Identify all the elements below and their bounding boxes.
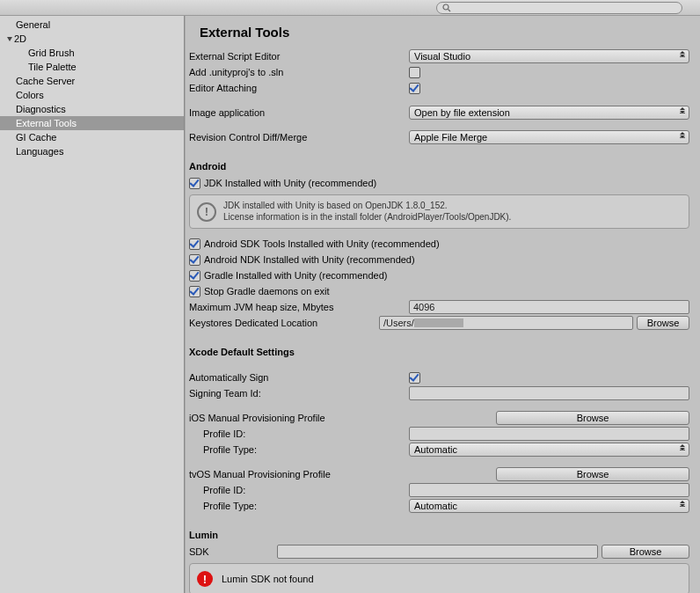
lumin-sdk-label: SDK xyxy=(189,546,277,557)
stop-gradle-checkbox[interactable] xyxy=(189,286,201,297)
auto-sign-checkbox[interactable] xyxy=(409,372,420,384)
lumin-warning-text: Lumin SDK not found xyxy=(222,574,314,584)
search-field[interactable] xyxy=(436,2,682,14)
sidebar-item-diagnostics[interactable]: Diagnostics xyxy=(0,102,184,116)
image-app-select[interactable]: Open by file extension xyxy=(409,106,689,120)
signing-team-label: Signing Team Id: xyxy=(189,388,409,399)
ios-profile-type-label: Profile Type: xyxy=(189,444,409,455)
script-editor-label: External Script Editor xyxy=(189,51,409,62)
sidebar-item-cache-server[interactable]: Cache Server xyxy=(0,74,184,88)
tvos-browse-button[interactable]: Browse xyxy=(496,467,689,481)
sdk-tools-checkbox[interactable] xyxy=(189,238,201,250)
ios-profile-id-input[interactable] xyxy=(409,427,689,441)
page-title: External Tools xyxy=(200,25,689,40)
lumin-browse-button[interactable]: Browse xyxy=(602,545,689,559)
lumin-header: Lumin xyxy=(189,530,689,540)
sdk-tools-label: Android SDK Tools Installed with Unity (… xyxy=(204,238,440,249)
add-unityproj-label: Add .unityproj's to .sln xyxy=(189,67,409,77)
tvos-profile-id-input[interactable] xyxy=(409,483,689,497)
auto-sign-label: Automatically Sign xyxy=(189,372,409,383)
tvos-prov-header: tvOS Manual Provisioning Profile xyxy=(189,469,496,480)
tvos-profile-type-select[interactable]: Automatic xyxy=(409,499,689,513)
ios-profile-id-label: Profile ID: xyxy=(189,428,409,439)
xcode-header: Xcode Default Settings xyxy=(189,347,689,357)
info-icon: ! xyxy=(197,202,216,222)
svg-line-1 xyxy=(448,9,451,11)
sidebar: General 2D Grid Brush Tile Palette Cache… xyxy=(0,16,185,593)
editor-attach-label: Editor Attaching xyxy=(189,83,409,93)
svg-point-0 xyxy=(443,4,448,10)
keystore-input[interactable]: /Users/ xyxy=(379,316,633,330)
expand-icon xyxy=(7,37,12,41)
gradle-label: Gradle Installed with Unity (recommended… xyxy=(204,270,387,281)
sidebar-item-external-tools[interactable]: External Tools xyxy=(0,116,184,130)
revision-control-label: Revision Control Diff/Merge xyxy=(189,132,409,143)
revision-control-select[interactable]: Apple File Merge xyxy=(409,130,689,144)
jdk-checkbox[interactable] xyxy=(189,178,201,189)
jdk-label: JDK Installed with Unity (recommended) xyxy=(204,178,376,188)
error-icon: ! xyxy=(197,571,213,587)
max-jvm-label: Maximum JVM heap size, Mbytes xyxy=(189,302,409,312)
ndk-label: Android NDK Installed with Unity (recomm… xyxy=(204,254,415,265)
android-header: Android xyxy=(189,161,689,172)
sidebar-item-general[interactable]: General xyxy=(0,18,184,32)
keystore-label: Keystores Dedicated Location xyxy=(189,318,379,328)
sidebar-item-tile-palette[interactable]: Tile Palette xyxy=(0,60,184,74)
masked-path xyxy=(414,318,463,327)
tvos-profile-id-label: Profile ID: xyxy=(189,485,409,495)
gradle-checkbox[interactable] xyxy=(189,270,201,282)
tvos-profile-type-label: Profile Type: xyxy=(189,501,409,511)
editor-attach-checkbox[interactable] xyxy=(409,83,420,94)
search-icon xyxy=(442,4,451,12)
search-input[interactable] xyxy=(454,3,676,13)
stop-gradle-label: Stop Gradle daemons on exit xyxy=(204,286,329,296)
ios-prov-header: iOS Manual Provisioning Profile xyxy=(189,413,496,423)
add-unityproj-checkbox[interactable] xyxy=(409,67,420,78)
sidebar-item-2d[interactable]: 2D xyxy=(0,32,184,46)
image-app-label: Image application xyxy=(189,107,409,118)
sidebar-item-gi-cache[interactable]: GI Cache xyxy=(0,130,184,144)
sidebar-item-colors[interactable]: Colors xyxy=(0,88,184,102)
sidebar-item-grid-brush[interactable]: Grid Brush xyxy=(0,46,184,60)
lumin-sdk-input[interactable] xyxy=(277,545,598,559)
lumin-warning-box: ! Lumin SDK not found xyxy=(189,563,689,593)
ios-browse-button[interactable]: Browse xyxy=(496,411,689,425)
sidebar-item-languages[interactable]: Languages xyxy=(0,144,184,158)
main-panel: External Tools External Script Editor Vi… xyxy=(185,16,700,593)
script-editor-select[interactable]: Visual Studio xyxy=(409,49,689,63)
ndk-checkbox[interactable] xyxy=(189,254,201,266)
max-jvm-input[interactable]: 4096 xyxy=(409,300,689,314)
keystore-browse-button[interactable]: Browse xyxy=(637,316,689,330)
ios-profile-type-select[interactable]: Automatic xyxy=(409,443,689,457)
jdk-info-box: ! JDK installed with Unity is based on O… xyxy=(189,194,689,229)
signing-team-input[interactable] xyxy=(409,386,689,400)
topbar xyxy=(0,0,700,16)
sidebar-item-label: 2D xyxy=(14,33,26,44)
